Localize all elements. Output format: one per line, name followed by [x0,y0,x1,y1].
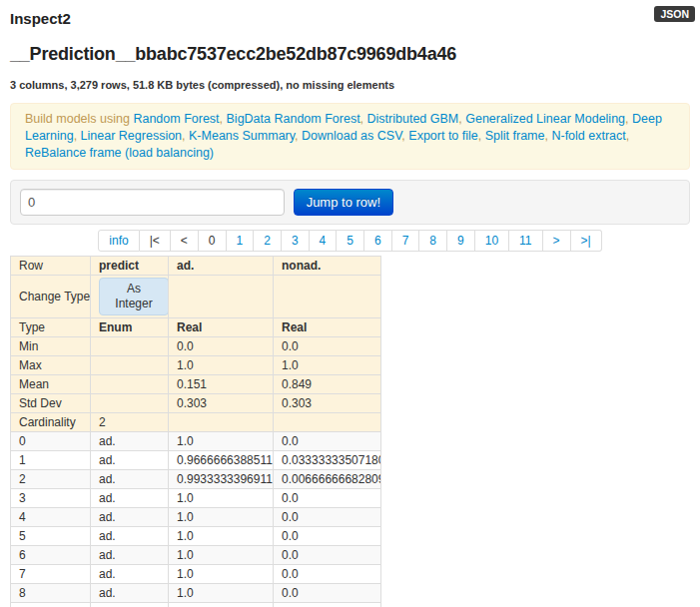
page-2-link[interactable]: 2 [254,230,282,252]
stat-value [169,413,274,432]
stat-row-min: Min 0.0 0.0 [11,337,381,356]
cell-nonad: 0.0 [274,565,381,584]
action-link-summary[interactable]: Summary [243,129,296,143]
action-link-split-frame[interactable]: Split frame [485,129,545,143]
stat-value: 0.0 [169,337,274,356]
row-index: 7 [11,565,91,584]
row-index: 1 [11,451,91,470]
page-11-link[interactable]: 11 [509,230,542,252]
stat-label: Std Dev [11,394,91,413]
stat-label: Type [11,318,91,337]
cell-ad: 1.0 [169,432,274,451]
cell-empty [274,276,381,318]
page-next-icon[interactable]: > [543,230,571,252]
data-row: 3 ad. 1.0 0.0 [11,489,381,508]
column-header-ad: ad. [169,257,274,276]
action-link-download-csv[interactable]: Download as CSV [302,129,401,143]
cell-nonad: 0.0 [274,584,381,603]
change-type-label: Change Type [11,276,91,318]
page-7-link[interactable]: 7 [392,230,420,252]
stat-row-max: Max 1.0 1.0 [11,356,381,375]
column-header-predict: predict [91,257,169,276]
stat-value: 0.849 [274,375,381,394]
stat-value: Real [274,318,381,337]
row-index: 3 [11,489,91,508]
page-title: Inspect2 [10,10,690,27]
cell-ad: 1.0 [169,603,274,607]
page-last-icon[interactable]: >| [571,230,602,252]
action-link-nfold-extract[interactable]: N-fold extract [551,129,625,143]
page-1-link[interactable]: 1 [227,230,255,252]
stat-label: Min [11,337,91,356]
jump-to-row-panel: Jump to row! [10,180,690,225]
page-9-link[interactable]: 9 [447,230,475,252]
action-link-distributed-gbm[interactable]: Distributed GBM [367,112,459,126]
action-link-rebalance-frame[interactable]: ReBalance frame (load balancing) [25,146,214,160]
page-0-current: 0 [199,230,227,252]
separator: , [74,129,81,143]
column-header-row: Row [11,257,91,276]
cell-nonad: 0.006666666828095913 [274,470,381,489]
page-4-link[interactable]: 4 [310,230,338,252]
cell-predict: ad. [91,451,169,470]
cell-predict: ad. [91,508,169,527]
stat-value: 2 [91,413,169,432]
page-3-link[interactable]: 3 [282,230,310,252]
row-index: 4 [11,508,91,527]
cell-predict: ad. [91,546,169,565]
page-prev-icon: < [171,230,199,252]
stat-value [91,394,169,413]
row-index: 8 [11,584,91,603]
separator: , [360,112,367,126]
row-index: 6 [11,546,91,565]
page-5-link[interactable]: 5 [337,230,364,252]
page-info-link[interactable]: info [98,230,139,252]
stat-value [274,413,381,432]
data-row: 0 ad. 1.0 0.0 [11,432,381,451]
separator: , [182,129,189,143]
cell-ad: 1.0 [169,527,274,546]
as-integer-button[interactable]: As Integer [99,278,169,315]
action-link-bigdata-random-forest[interactable]: BigData Random Forest [227,112,360,126]
stat-value [91,356,169,375]
column-header-nonad: nonad. [274,257,381,276]
cell-nonad: 0.0 [274,489,381,508]
data-row: 5 ad. 1.0 0.0 [11,527,381,546]
cell-nonad: 0.0 [274,546,381,565]
action-link-linear-regression[interactable]: Linear Regression [81,129,182,143]
separator: , [295,129,302,143]
action-link-random-forest[interactable]: Random Forest [133,112,219,126]
jump-to-row-input[interactable] [20,189,285,216]
cell-nonad: 0.0 [274,603,381,607]
page-first-icon: |< [140,230,171,252]
cell-predict: ad. [91,432,169,451]
row-index: 2 [11,470,91,489]
json-badge[interactable]: JSON [654,6,695,22]
action-link-kmeans[interactable]: K-Means [189,129,239,143]
data-row: 9 ad. 1.0 0.0 [11,603,381,607]
jump-to-row-button[interactable]: Jump to row! [294,189,393,216]
row-index: 9 [11,603,91,607]
action-link-export-file[interactable]: Export to file [408,129,477,143]
frame-title: __Prediction__bbabc7537ecc2be52db87c9969… [10,44,690,65]
cell-ad: 1.0 [169,508,274,527]
frame-table: Row predict ad. nonad. Change Type As In… [10,256,381,607]
cell-ad: 1.0 [169,489,274,508]
pagination: info |< < 0 1 2 3 4 5 6 7 8 9 10 11 > >| [98,230,601,252]
page-6-link[interactable]: 6 [364,230,392,252]
stat-value: 0.151 [169,375,274,394]
stat-value: Enum [91,318,169,337]
page-10-link[interactable]: 10 [475,230,509,252]
data-row: 7 ad. 1.0 0.0 [11,565,381,584]
cell-nonad: 0.03333333507180214 [274,451,381,470]
stat-value [91,337,169,356]
stat-value: 0.303 [169,394,274,413]
separator: , [478,129,485,143]
cell-ad: 1.0 [169,546,274,565]
cell-predict: ad. [91,584,169,603]
page-8-link[interactable]: 8 [419,230,447,252]
row-index: 5 [11,527,91,546]
cell-ad: 1.0 [169,565,274,584]
action-link-glm[interactable]: Generalized Linear Modeling [465,112,625,126]
cell-predict: ad. [91,527,169,546]
